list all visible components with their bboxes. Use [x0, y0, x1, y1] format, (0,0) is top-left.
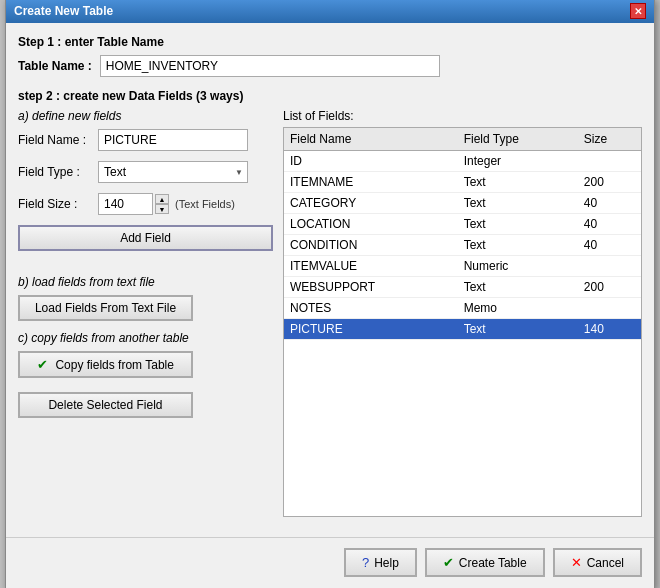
title-bar: Create New Table ✕: [6, 0, 654, 23]
window-body: Step 1 : enter Table Name Table Name : s…: [6, 23, 654, 529]
table-name-label: Table Name :: [18, 59, 92, 73]
table-row[interactable]: CATEGORYText40: [284, 193, 641, 214]
main-content: a) define new fields Field Name : Field …: [18, 109, 642, 517]
table-row[interactable]: NOTESMemo: [284, 298, 641, 319]
cell-type: Integer: [458, 151, 578, 172]
cell-name: CONDITION: [284, 235, 458, 256]
cell-name: ID: [284, 151, 458, 172]
create-icon: ✔: [443, 555, 454, 570]
cell-size: 40: [578, 235, 641, 256]
fields-table-body: IDIntegerITEMNAMEText200CATEGORYText40LO…: [284, 151, 641, 340]
fields-table: Field Name Field Type Size IDIntegerITEM…: [284, 128, 641, 340]
help-button[interactable]: ? Help: [344, 548, 417, 577]
table-row[interactable]: IDInteger: [284, 151, 641, 172]
field-type-row: Field Type : Text Integer Numeric Memo: [18, 161, 273, 183]
table-row[interactable]: ITEMVALUENumeric: [284, 256, 641, 277]
cell-size: 200: [578, 277, 641, 298]
cell-size: [578, 151, 641, 172]
cell-type: Text: [458, 277, 578, 298]
cell-type: Memo: [458, 298, 578, 319]
fields-table-header: Field Name Field Type Size: [284, 128, 641, 151]
close-button[interactable]: ✕: [630, 3, 646, 19]
field-name-label: Field Name :: [18, 133, 98, 147]
cancel-label: Cancel: [587, 556, 624, 570]
field-size-row: Field Size : ▲ ▼ (Text Fields): [18, 193, 273, 215]
cell-size: 40: [578, 193, 641, 214]
cell-type: Text: [458, 172, 578, 193]
table-name-input[interactable]: [100, 55, 440, 77]
fields-table-wrapper[interactable]: Field Name Field Type Size IDIntegerITEM…: [283, 127, 642, 517]
cell-type: Text: [458, 193, 578, 214]
cell-type: Text: [458, 235, 578, 256]
cell-name: CATEGORY: [284, 193, 458, 214]
table-name-row: Table Name :: [18, 55, 642, 77]
cell-name: WEBSUPPORT: [284, 277, 458, 298]
cell-type: Numeric: [458, 256, 578, 277]
create-table-button[interactable]: ✔ Create Table: [425, 548, 545, 577]
field-name-row: Field Name :: [18, 129, 273, 151]
table-row[interactable]: PICTUREText140: [284, 319, 641, 340]
step2-label: step 2 : create new Data Fields (3 ways): [18, 89, 642, 103]
footer: ? Help ✔ Create Table ✕ Cancel: [6, 537, 654, 588]
field-type-select-wrapper: Text Integer Numeric Memo: [98, 161, 248, 183]
table-row[interactable]: CONDITIONText40: [284, 235, 641, 256]
cancel-icon: ✕: [571, 555, 582, 570]
col-size: Size: [578, 128, 641, 151]
col-field-type: Field Type: [458, 128, 578, 151]
load-fields-button[interactable]: Load Fields From Text File: [18, 295, 193, 321]
create-new-table-window: Create New Table ✕ Step 1 : enter Table …: [5, 0, 655, 588]
left-panel: a) define new fields Field Name : Field …: [18, 109, 273, 517]
section-a-label: a) define new fields: [18, 109, 273, 123]
cell-size: [578, 298, 641, 319]
field-type-label: Field Type :: [18, 165, 98, 179]
size-spinner: ▲ ▼: [155, 194, 169, 214]
section-b: b) load fields from text file Load Field…: [18, 275, 273, 321]
cell-name: PICTURE: [284, 319, 458, 340]
step1-label: Step 1 : enter Table Name: [18, 35, 642, 49]
table-row[interactable]: WEBSUPPORTText200: [284, 277, 641, 298]
size-increment-button[interactable]: ▲: [155, 194, 169, 204]
cell-size: 200: [578, 172, 641, 193]
field-size-label: Field Size :: [18, 197, 98, 211]
field-name-input[interactable]: [98, 129, 248, 151]
fields-list-label: List of Fields:: [283, 109, 642, 123]
create-label: Create Table: [459, 556, 527, 570]
cell-name: NOTES: [284, 298, 458, 319]
add-field-button[interactable]: Add Field: [18, 225, 273, 251]
section-c: c) copy fields from another table ✔ Copy…: [18, 331, 273, 378]
size-decrement-button[interactable]: ▼: [155, 204, 169, 214]
table-row[interactable]: ITEMNAMEText200: [284, 172, 641, 193]
cell-size: 40: [578, 214, 641, 235]
right-panel: List of Fields: Field Name Field Type Si…: [283, 109, 642, 517]
field-type-select[interactable]: Text Integer Numeric Memo: [98, 161, 248, 183]
col-field-name: Field Name: [284, 128, 458, 151]
help-icon: ?: [362, 555, 369, 570]
cell-type: Text: [458, 319, 578, 340]
table-row[interactable]: LOCATIONText40: [284, 214, 641, 235]
cell-type: Text: [458, 214, 578, 235]
cancel-button[interactable]: ✕ Cancel: [553, 548, 642, 577]
delete-field-button[interactable]: Delete Selected Field: [18, 392, 193, 418]
header-row: Field Name Field Type Size: [284, 128, 641, 151]
window-title: Create New Table: [14, 4, 113, 18]
size-input-wrapper: ▲ ▼: [98, 193, 169, 215]
cell-name: ITEMVALUE: [284, 256, 458, 277]
cell-name: ITEMNAME: [284, 172, 458, 193]
text-fields-note: (Text Fields): [175, 198, 235, 210]
cell-name: LOCATION: [284, 214, 458, 235]
copy-fields-button[interactable]: ✔ Copy fields from Table: [18, 351, 193, 378]
cell-size: 140: [578, 319, 641, 340]
copy-fields-label: Copy fields from Table: [55, 358, 174, 372]
cell-size: [578, 256, 641, 277]
section-b-label: b) load fields from text file: [18, 275, 273, 289]
delete-section: Delete Selected Field: [18, 392, 273, 418]
help-label: Help: [374, 556, 399, 570]
check-icon: ✔: [37, 357, 48, 372]
field-size-input[interactable]: [98, 193, 153, 215]
section-c-label: c) copy fields from another table: [18, 331, 273, 345]
